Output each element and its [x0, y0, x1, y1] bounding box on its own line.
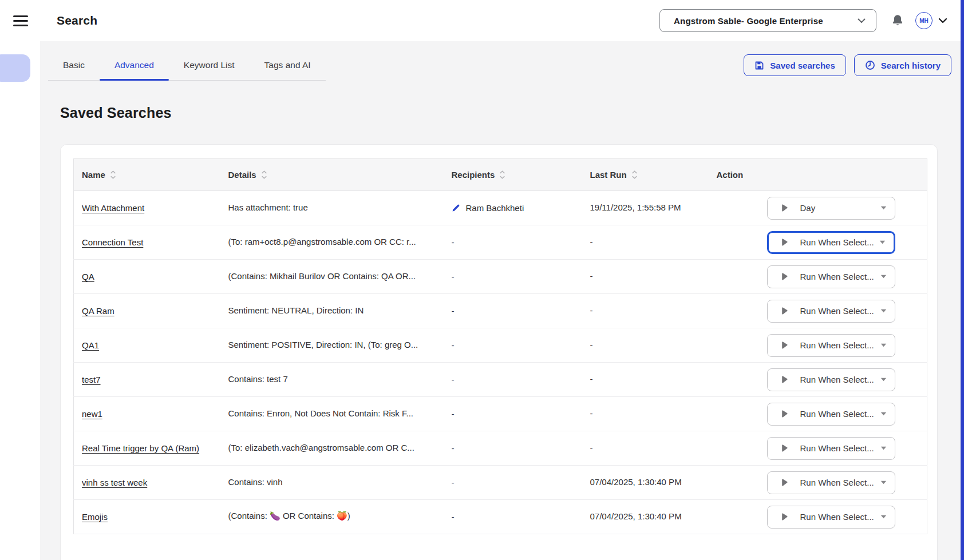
avatar[interactable]: MH	[915, 12, 933, 29]
tab-advanced[interactable]: Advanced	[100, 53, 169, 80]
edit-recipient-icon[interactable]	[452, 204, 460, 212]
last-run-text: -	[590, 340, 593, 349]
tab-tags-and-ai[interactable]: Tags and AI	[250, 53, 326, 80]
table-row: new1 Contains: Enron, Not Does Not Conta…	[74, 397, 927, 431]
search-details-text: Contains: test 7	[228, 374, 288, 384]
table-row: With Attachment Has attachment: true Ram…	[74, 191, 927, 225]
run-frequency-select[interactable]: Day	[767, 197, 895, 220]
last-run-text: -	[590, 305, 593, 315]
run-frequency-value: Run When Select...	[800, 340, 876, 350]
saved-search-name-link[interactable]: Emojis	[82, 512, 108, 522]
recipient-text: -	[452, 443, 455, 453]
run-frequency-select[interactable]: Run When Select...	[767, 368, 895, 391]
search-details-text: (Contains: 🍆 OR Contains: 🍑)	[228, 511, 350, 521]
caret-down-icon	[880, 206, 887, 210]
play-icon	[781, 513, 788, 521]
caret-down-icon	[880, 309, 887, 313]
column-header-action[interactable]: Action	[709, 159, 927, 191]
saved-search-name-link[interactable]: QA1	[82, 340, 99, 350]
run-frequency-select[interactable]: Run When Select...	[767, 231, 895, 254]
organization-selector-label: Angstrom Sable- Google Enterprise	[674, 16, 823, 26]
table-row: Emojis (Contains: 🍆 OR Contains: 🍑) - 07…	[74, 500, 927, 534]
recipient-text: -	[452, 512, 455, 522]
clock-icon	[865, 60, 875, 70]
sort-icon[interactable]	[500, 170, 505, 179]
search-details-text: (To: ram+oct8.p@angstromsable.com OR CC:…	[228, 237, 416, 247]
column-header-recipients[interactable]: Recipients	[444, 159, 582, 191]
menu-icon[interactable]	[13, 15, 28, 26]
sort-icon[interactable]	[262, 170, 267, 179]
user-menu-chevron-icon[interactable]	[938, 18, 947, 23]
search-details-text: (To: elizabeth.vach@angstromsable.com OR…	[228, 443, 414, 452]
saved-search-name-link[interactable]: Real Time trigger by QA (Ram)	[82, 443, 199, 453]
run-frequency-value: Run When Select...	[800, 409, 876, 419]
run-frequency-select[interactable]: Run When Select...	[767, 403, 895, 426]
run-frequency-select[interactable]: Run When Select...	[767, 437, 895, 460]
play-icon	[781, 307, 788, 315]
column-header-name[interactable]: Name	[74, 159, 220, 191]
run-frequency-select[interactable]: Run When Select...	[767, 265, 895, 288]
run-frequency-select[interactable]: Run When Select...	[767, 334, 895, 357]
search-page-actions: Saved searches Search history	[744, 53, 964, 76]
caret-down-icon	[880, 378, 887, 382]
vertical-scrollbar[interactable]	[961, 0, 964, 560]
run-frequency-value: Day	[800, 203, 876, 213]
tab-keyword-list[interactable]: Keyword List	[169, 53, 250, 80]
play-icon	[781, 410, 788, 418]
run-frequency-select[interactable]: Run When Select...	[767, 471, 895, 494]
saved-search-name-link[interactable]: QA Ram	[82, 306, 114, 316]
sort-icon[interactable]	[632, 170, 637, 179]
table-row: QA Ram Sentiment: NEUTRAL, Direction: IN…	[74, 294, 927, 328]
run-frequency-value: Run When Select...	[800, 306, 876, 316]
column-header-details[interactable]: Details	[220, 159, 444, 191]
recipient-text: -	[452, 409, 455, 419]
sidebar-active-item[interactable]	[0, 54, 30, 82]
search-history-label: Search history	[881, 61, 941, 70]
search-details-text: Sentiment: NEUTRAL, Direction: IN	[228, 305, 364, 315]
last-run-text: -	[590, 408, 593, 418]
search-history-button[interactable]: Search history	[854, 54, 951, 76]
column-header-last-run[interactable]: Last Run	[582, 159, 709, 191]
search-details-text: Contains: Enron, Not Does Not Contain: R…	[228, 408, 413, 418]
table-row: QA1 Sentiment: POSITIVE, Direction: IN, …	[74, 328, 927, 363]
saved-search-name-link[interactable]: new1	[82, 409, 102, 419]
main-content: BasicAdvancedKeyword ListTags and AI Sav…	[40, 41, 964, 560]
sort-icon[interactable]	[110, 170, 116, 179]
last-run-text: -	[590, 237, 593, 247]
recipient-text: Ram Bachkheti	[466, 203, 524, 213]
run-frequency-value: Run When Select...	[800, 375, 876, 384]
saved-search-name-link[interactable]: QA	[82, 272, 94, 281]
last-run-text: -	[590, 271, 593, 281]
notifications-bell-icon[interactable]	[890, 13, 905, 28]
organization-selector[interactable]: Angstrom Sable- Google Enterprise	[659, 9, 876, 32]
play-icon	[781, 239, 788, 246]
table-row: QA (Contains: Mikhail Burilov OR Contain…	[74, 260, 927, 294]
run-frequency-value: Run When Select...	[800, 443, 876, 453]
run-frequency-value: Run When Select...	[800, 512, 876, 522]
run-frequency-select[interactable]: Run When Select...	[767, 506, 895, 529]
caret-down-icon	[880, 412, 887, 416]
caret-down-icon	[880, 446, 887, 450]
table-row: Real Time trigger by QA (Ram) (To: eliza…	[74, 431, 927, 466]
saved-searches-card: Name Details Recipients Last Run Action …	[60, 144, 938, 560]
run-frequency-value: Run When Select...	[800, 272, 876, 281]
topbar-right-cluster: Angstrom Sable- Google Enterprise MH	[659, 9, 964, 32]
saved-search-name-link[interactable]: With Attachment	[82, 203, 144, 213]
saved-search-name-link[interactable]: test7	[82, 375, 101, 384]
run-frequency-value: Run When Select...	[800, 478, 876, 487]
run-frequency-select[interactable]: Run When Select...	[767, 300, 895, 323]
saved-searches-button[interactable]: Saved searches	[744, 54, 846, 76]
table-header-row: Name Details Recipients Last Run Action	[74, 159, 927, 191]
saved-searches-label: Saved searches	[770, 61, 835, 70]
last-run-text: 19/11/2025, 1:55:58 PM	[590, 202, 681, 212]
tab-basic[interactable]: Basic	[48, 53, 100, 80]
table-row: Connection Test (To: ram+oct8.p@angstrom…	[74, 225, 927, 260]
search-details-text: Contains: vinh	[228, 477, 283, 487]
table-row: vinh ss test week Contains: vinh - 07/04…	[74, 466, 927, 500]
recipient-text: -	[452, 306, 455, 316]
caret-down-icon	[880, 515, 887, 519]
saved-search-name-link[interactable]: Connection Test	[82, 237, 143, 247]
table-row: test7 Contains: test 7 - - Run When Sele…	[74, 363, 927, 397]
chevron-down-icon	[858, 18, 866, 23]
saved-search-name-link[interactable]: vinh ss test week	[82, 478, 147, 487]
